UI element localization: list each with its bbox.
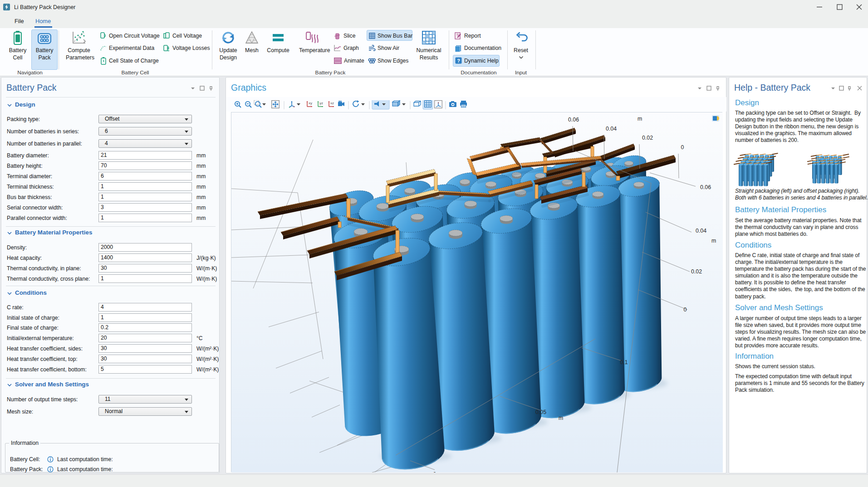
svg-text:m: m [638, 116, 642, 122]
svg-text:?: ? [457, 58, 460, 63]
svg-text:0.04: 0.04 [696, 228, 706, 234]
svg-text:0.06: 0.06 [700, 184, 711, 190]
svg-text:0: 0 [433, 471, 436, 472]
svg-text:0.02: 0.02 [691, 268, 702, 275]
svg-text:m: m [559, 415, 563, 421]
svg-text:0: 0 [684, 307, 687, 313]
svg-text:yz: yz [319, 101, 323, 105]
svg-text:0.04: 0.04 [606, 126, 617, 132]
svg-text:xy: xy [309, 101, 312, 105]
svg-text:0: 0 [681, 144, 684, 151]
svg-text:0.05: 0.05 [535, 409, 546, 415]
svg-text:xz: xz [330, 101, 334, 105]
svg-text:0.06: 0.06 [568, 117, 579, 123]
svg-text:m: m [711, 238, 716, 244]
svg-text:0.1: 0.1 [620, 359, 628, 365]
svg-text:0.02: 0.02 [642, 135, 653, 141]
